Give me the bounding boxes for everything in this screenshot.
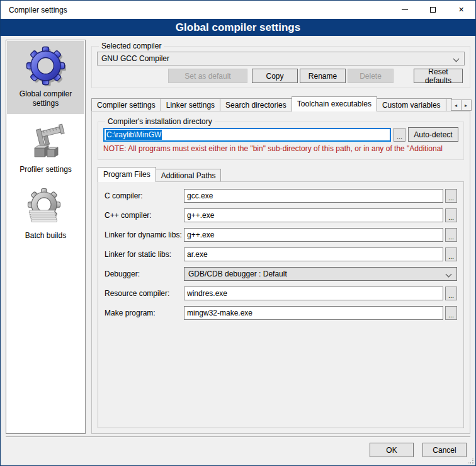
page-title: Global compiler settings [1,19,475,36]
cpp-compiler-input[interactable] [184,208,443,222]
maximize-icon [430,7,436,13]
subtab-program-files[interactable]: Program Files [98,167,156,182]
browse-resource-compiler-button[interactable]: ... [445,287,457,300]
compiler-select-value: GNU GCC Compiler [101,54,169,63]
browse-static-linker-button[interactable]: ... [445,247,457,261]
sidebar-item-batch-builds[interactable]: Batch builds [7,183,84,246]
window-title: Compiler settings [1,6,67,14]
browse-dynamic-linker-button[interactable]: ... [445,228,457,242]
sidebar-item-profiler-settings[interactable]: Profiler settings [7,116,84,180]
category-list: Global compiler settings [6,40,86,434]
minimize-icon [402,9,408,10]
ok-button[interactable]: OK [370,443,414,457]
browse-dir-button[interactable]: ... [394,128,405,142]
rename-button[interactable]: Rename [300,69,346,83]
gear-stack-icon [26,188,66,228]
dialog-content: Global compiler settings [1,36,475,436]
close-button[interactable]: ✕ [447,1,475,19]
selected-compiler-group: Selected compiler GNU GCC Compiler Set a… [91,42,470,88]
browse-c-compiler-button[interactable]: ... [445,189,457,203]
dynamic-linker-label: Linker for dynamic libs: [105,230,184,239]
resource-compiler-label: Resource compiler: [105,289,184,298]
debugger-select[interactable]: GDB/CDB debugger : Default [184,267,457,281]
c-compiler-label: C compiler: [105,191,184,200]
installation-directory-group: Compiler's installation directory C:\ray… [98,117,464,160]
program-files-tabstrip: Program Files Additional Paths [98,166,464,181]
dynamic-linker-row: Linker for dynamic libs: ... [105,228,457,242]
tab-toolchain-executables[interactable]: Toolchain executables [292,96,377,111]
debugger-row: Debugger: GDB/CDB debugger : Default [105,267,457,281]
browse-cpp-compiler-button[interactable]: ... [445,208,457,222]
caliper-icon [26,122,66,162]
titlebar: Compiler settings ✕ [1,1,475,19]
c-compiler-row: C compiler: ... [105,189,457,203]
make-program-label: Make program: [105,309,184,317]
left-arrow-icon: ◂ [455,103,457,108]
cpp-compiler-row: C++ compiler: ... [105,208,457,222]
settings-tabstrip: Compiler settings Linker settings Search… [91,96,470,111]
set-as-default-button: Set as default [168,69,247,83]
resource-compiler-input[interactable] [184,287,443,300]
delete-button: Delete [348,69,394,83]
sidebar-item-label: Profiler settings [11,165,81,174]
tab-scroll-left-button[interactable]: ◂ [451,99,462,111]
installation-directory-legend: Compiler's installation directory [105,117,215,126]
sidebar-item-global-compiler-settings[interactable]: Global compiler settings [7,41,84,114]
installation-dir-input[interactable]: C:\raylib\MinGW [103,128,391,142]
installation-directory-row: C:\raylib\MinGW ... Auto-detect [103,127,458,142]
tab-search-directories[interactable]: Search directories [220,98,292,111]
static-linker-input[interactable] [184,247,443,261]
chevron-down-icon [453,56,460,62]
toolchain-executables-panel: Compiler's installation directory C:\ray… [91,111,470,434]
selected-compiler-legend: Selected compiler [99,42,164,50]
installation-dir-value: C:\raylib\MinGW [106,130,162,140]
static-linker-row: Linker for static libs: ... [105,247,457,261]
tab-scroll-right-button[interactable]: ▸ [461,99,472,111]
dialog-footer: OK Cancel [1,437,475,465]
make-program-input[interactable] [184,306,443,320]
bin-subdirectory-note: NOTE: All programs must exist either in … [103,144,458,153]
browse-make-program-button[interactable]: ... [445,306,457,320]
maximize-button[interactable] [419,1,447,19]
resource-compiler-row: Resource compiler: ... [105,287,457,300]
program-files-panel: C compiler: ... C++ compiler: ... Linker… [98,181,464,428]
reset-defaults-button[interactable]: Reset defaults [414,69,463,83]
close-icon: ✕ [458,6,464,13]
cpp-compiler-label: C++ compiler: [105,211,184,220]
debugger-label: Debugger: [105,270,184,278]
c-compiler-input[interactable] [184,189,443,203]
auto-detect-button[interactable]: Auto-detect [408,127,458,142]
make-program-row: Make program: ... [105,306,457,320]
minimize-button[interactable] [390,1,419,19]
debugger-select-value: GDB/CDB debugger : Default [188,270,287,278]
compiler-select[interactable]: GNU GCC Compiler [97,52,465,65]
blue-gear-icon [26,46,66,86]
cancel-button[interactable]: Cancel [422,443,467,457]
sidebar-item-label: Global compiler settings [11,89,81,108]
tab-compiler-settings[interactable]: Compiler settings [91,98,161,111]
tab-scroll-arrows: ◂ ▸ [451,99,472,111]
tab-custom-variables[interactable]: Custom variables [377,98,446,111]
dynamic-linker-input[interactable] [184,228,443,242]
resize-grip[interactable] [468,458,474,464]
right-arrow-icon: ▸ [465,103,467,108]
chevron-down-icon [446,271,452,278]
compiler-settings-window: Compiler settings ✕ Global compiler sett… [0,0,476,466]
main-panel: Selected compiler GNU GCC Compiler Set a… [91,40,470,434]
sidebar-item-label: Batch builds [11,231,81,241]
subtab-additional-paths[interactable]: Additional Paths [156,169,222,181]
compiler-buttons: Set as default Copy Rename Delete Reset … [97,69,465,83]
static-linker-label: Linker for static libs: [105,250,184,259]
copy-button[interactable]: Copy [252,69,298,83]
tab-linker-settings[interactable]: Linker settings [161,98,220,111]
window-controls: ✕ [390,1,475,19]
